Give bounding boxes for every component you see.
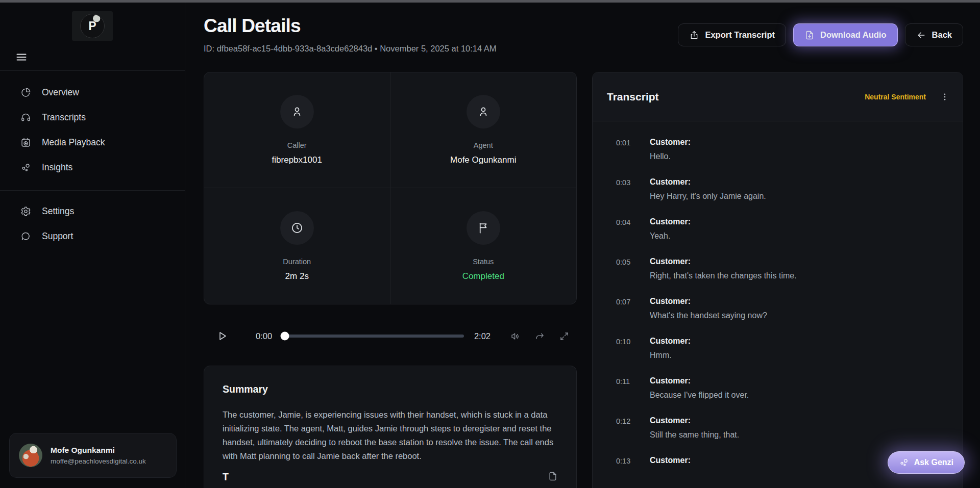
expand-icon[interactable]	[559, 331, 570, 342]
transcript-speaker: Customer:	[650, 376, 749, 386]
logo-container: P	[0, 11, 185, 41]
app-logo-monogram: P	[80, 14, 105, 38]
sidebar-item-settings[interactable]: Settings	[20, 199, 185, 224]
transcript-entry[interactable]: 0:11Customer:Because I've flipped it ove…	[606, 376, 952, 400]
user-icon	[290, 105, 304, 118]
forward-arrow-icon[interactable]	[534, 331, 545, 342]
call-info-cell: Callerfibrepbx1001	[204, 72, 390, 188]
page-title: Call Details	[204, 15, 497, 37]
transcript-text: Right, that's taken the changes this tim…	[650, 271, 797, 280]
sidebar-item-label: Overview	[42, 87, 79, 98]
transcript-header: Transcript Neutral Sentiment	[593, 72, 963, 121]
call-id-meta: ID: dfbea58f-ac15-4dbb-933a-8a3cde62843d…	[204, 44, 497, 54]
call-info-label: Duration	[283, 258, 311, 266]
app-root: P OverviewTranscriptsMedia PlaybackInsig…	[0, 0, 980, 488]
call-info-label: Agent	[474, 141, 493, 149]
sidebar-item-insights[interactable]: Insights	[20, 155, 185, 180]
left-column: Callerfibrepbx1001AgentMofe OgunkanmiDur…	[204, 72, 577, 488]
summary-card: Summary The customer, Jamie, is experien…	[204, 366, 577, 488]
avatar	[19, 444, 42, 467]
transcript-text: Hello.	[650, 152, 691, 161]
top-scroll-strip[interactable]	[0, 0, 980, 3]
back-button[interactable]: Back	[905, 23, 963, 46]
transcript-entry[interactable]: 0:10Customer:Hmm.	[606, 337, 952, 360]
right-column: Transcript Neutral Sentiment 0:01Custome…	[592, 72, 963, 488]
transcript-entry[interactable]: 0:01Customer:Hello.	[606, 138, 952, 161]
transcript-speaker: Customer:	[650, 177, 766, 187]
summary-footer: T	[223, 471, 558, 483]
transcript-entry-content: Customer:Because I've flipped it over.	[650, 376, 749, 400]
transcript-speaker: Customer:	[650, 297, 767, 306]
summary-section-partial-heading: T	[223, 471, 229, 483]
insights-bubbles-icon	[20, 162, 31, 173]
transcript-speaker: Customer:	[650, 257, 797, 266]
player-controls	[510, 331, 570, 342]
sidebar-item-label: Insights	[42, 162, 72, 173]
sidebar-item-support[interactable]: Support	[20, 224, 185, 249]
sentiment-badge: Neutral Sentiment	[865, 93, 926, 101]
transcript-entry-content: Customer:What's the handset saying now?	[650, 297, 767, 320]
play-icon[interactable]	[216, 329, 228, 343]
seek-knob[interactable]	[281, 332, 289, 341]
transcript-timestamp: 0:13	[616, 456, 650, 465]
transcript-header-right: Neutral Sentiment	[865, 92, 949, 101]
call-info-label: Caller	[287, 141, 307, 149]
audio-player: 0:00 2:02	[204, 325, 577, 347]
kebab-menu-icon[interactable]	[940, 92, 949, 101]
app-logo[interactable]: P	[72, 11, 113, 41]
transcript-entry[interactable]: 0:12Customer:Still the same thing, that.	[606, 416, 952, 440]
profile-text: Mofe Ogunkanmi moffe@peachlovesdigital.c…	[51, 446, 146, 465]
sidebar-item-media-playback[interactable]: Media Playback	[20, 130, 185, 155]
call-info-value: Mofe Ogunkanmi	[450, 155, 516, 165]
volume-icon[interactable]	[510, 331, 521, 342]
clock-icon	[290, 221, 304, 235]
transcript-speaker: Customer:	[650, 138, 691, 147]
call-info-card: Callerfibrepbx1001AgentMofe OgunkanmiDur…	[204, 72, 577, 304]
sidebar-item-label: Transcripts	[42, 112, 86, 123]
transcript-entry[interactable]: 0:07Customer:What's the handset saying n…	[606, 297, 952, 320]
export-icon	[689, 30, 699, 40]
icon-chip	[467, 95, 500, 129]
pie-chart-icon	[20, 87, 31, 98]
player-total-time: 2:02	[474, 331, 491, 341]
document-icon[interactable]	[548, 471, 558, 481]
transcript-entry[interactable]: 0:03Customer:Hey Harry, it's only Jamie …	[606, 177, 952, 201]
transcript-timestamp: 0:12	[616, 416, 650, 440]
transcript-timestamp: 0:10	[616, 337, 650, 360]
flag-icon	[477, 221, 490, 235]
player-current-time: 0:00	[256, 331, 272, 341]
export-transcript-button[interactable]: Export Transcript	[678, 23, 786, 46]
transcript-speaker: Customer:	[650, 217, 691, 226]
transcript-timestamp: 0:05	[616, 257, 650, 280]
icon-chip	[280, 95, 314, 129]
user-profile-card[interactable]: Mofe Ogunkanmi moffe@peachlovesdigital.c…	[9, 433, 177, 478]
sidebar-nav-secondary: SettingsSupport	[0, 191, 185, 250]
summary-body: The customer, Jamie, is experiencing iss…	[223, 408, 558, 463]
seek-slider[interactable]	[282, 331, 464, 341]
call-info-value: 2m 2s	[285, 271, 309, 281]
headphones-icon	[20, 112, 31, 123]
call-info-value: Completed	[462, 271, 504, 281]
transcript-entry[interactable]: 0:04Customer:Yeah.	[606, 217, 952, 241]
transcript-timestamp: 0:03	[616, 177, 650, 201]
transcript-entry-content: Customer:Yeah.	[650, 217, 691, 241]
sidebar-item-label: Media Playback	[42, 137, 105, 148]
seek-track	[282, 335, 464, 338]
transcript-entry-content: Customer:Still the same thing, that.	[650, 416, 739, 440]
call-info-cell: StatusCompleted	[390, 188, 577, 304]
download-audio-button[interactable]: Download Audio	[793, 23, 898, 46]
transcript-entry[interactable]: 0:05Customer:Right, that's taken the cha…	[606, 257, 952, 280]
gear-icon	[20, 206, 31, 217]
sidebar-item-transcripts[interactable]: Transcripts	[20, 105, 185, 130]
back-label: Back	[932, 30, 952, 40]
sidebar-item-overview[interactable]: Overview	[20, 80, 185, 105]
download-audio-label: Download Audio	[820, 30, 887, 40]
transcript-list[interactable]: 0:01Customer:Hello.0:03Customer:Hey Harr…	[593, 121, 963, 488]
hamburger-menu-icon[interactable]	[15, 51, 28, 63]
transcript-entry-content: Customer:Hmm.	[650, 337, 691, 360]
call-info-cell: AgentMofe Ogunkanmi	[390, 72, 577, 188]
ask-genzi-button[interactable]: Ask Genzi	[888, 451, 965, 474]
profile-name: Mofe Ogunkanmi	[51, 446, 146, 455]
transcript-timestamp: 0:07	[616, 297, 650, 320]
sidebar-item-label: Support	[42, 231, 73, 242]
